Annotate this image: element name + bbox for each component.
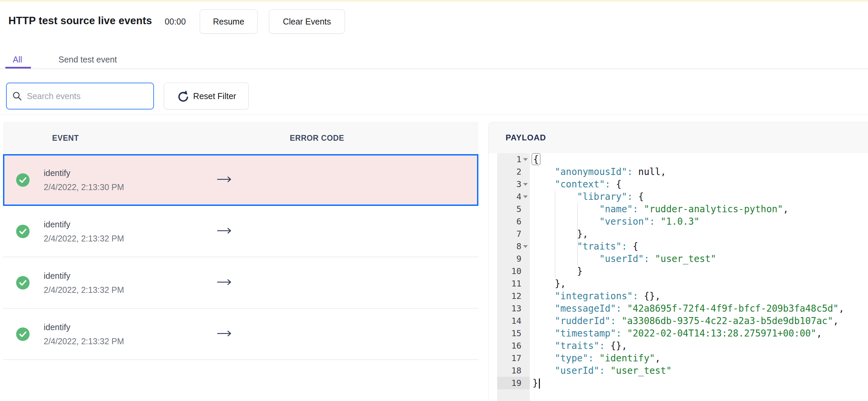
top-accent-strip xyxy=(0,0,868,2)
right-arrow-icon xyxy=(217,278,232,287)
code-line-4: "library": { xyxy=(489,191,868,203)
search-icon xyxy=(12,91,22,101)
event-name: identify xyxy=(44,322,124,333)
column-header-event: EVENT xyxy=(52,122,79,154)
code-line-9: "userId": "user_test" xyxy=(489,253,868,265)
payload-json-viewer[interactable]: 1{2 "anonymousId": null,3 "context": {4 … xyxy=(489,153,868,401)
code-line-6: "version": "1.0.3" xyxy=(489,215,868,228)
resume-button-label: Resume xyxy=(213,17,244,27)
events-table: EVENT ERROR CODE identify 2/4/2022, 2:13… xyxy=(3,122,478,360)
content-section-divider xyxy=(0,114,868,114)
code-line-11: }, xyxy=(489,277,868,290)
events-table-header: EVENT ERROR CODE xyxy=(3,122,478,154)
event-timestamp: 2/4/2022, 2:13:32 PM xyxy=(44,284,124,296)
tab-divider xyxy=(0,68,868,69)
resume-button[interactable]: Resume xyxy=(200,9,257,34)
event-row[interactable]: identify 2/4/2022, 2:13:30 PM xyxy=(3,154,478,206)
code-line-10: } xyxy=(489,265,868,277)
clear-events-button-label: Clear Events xyxy=(283,17,331,27)
code-line-3: "context": { xyxy=(489,178,868,191)
search-events-box[interactable] xyxy=(6,82,154,109)
reset-filter-label: Reset Filter xyxy=(193,91,236,101)
payload-panel: PAYLOAD 1{2 "anonymousId": null,3 "conte… xyxy=(488,122,868,401)
reset-filter-icon xyxy=(177,90,189,102)
right-arrow-icon xyxy=(217,330,232,338)
code-line-7: }, xyxy=(489,228,868,240)
events-table-body: identify 2/4/2022, 2:13:30 PM identify 2… xyxy=(3,154,478,360)
event-timestamp: 2/4/2022, 2:13:32 PM xyxy=(44,233,124,244)
tab-all[interactable]: All xyxy=(13,55,22,65)
code-line-2: "anonymousId": null, xyxy=(489,166,868,178)
event-cell: identify 2/4/2022, 2:13:32 PM xyxy=(44,219,124,244)
success-check-icon xyxy=(16,328,30,341)
reset-filter-button[interactable]: Reset Filter xyxy=(164,82,249,109)
event-row[interactable]: identify 2/4/2022, 2:13:32 PM xyxy=(3,206,478,257)
column-header-error-code: ERROR CODE xyxy=(290,122,344,154)
code-line-5: "name": "rudder-analytics-python", xyxy=(489,203,868,215)
event-timestamp: 2/4/2022, 2:13:32 PM xyxy=(44,335,124,347)
live-timer: 00:00 xyxy=(165,17,186,27)
code-line-1: { xyxy=(489,153,868,166)
payload-title: PAYLOAD xyxy=(506,122,546,153)
event-name: identify xyxy=(44,270,124,281)
text-cursor xyxy=(539,378,540,389)
right-arrow-icon xyxy=(217,176,232,185)
event-row[interactable]: identify 2/4/2022, 2:13:32 PM xyxy=(3,257,478,309)
code-line-8: "traits": { xyxy=(489,240,868,253)
event-name: identify xyxy=(44,167,124,179)
success-check-icon xyxy=(16,225,30,238)
code-line-19: } xyxy=(489,377,868,389)
success-check-icon xyxy=(16,173,30,187)
event-cell: identify 2/4/2022, 2:13:30 PM xyxy=(44,167,124,193)
clear-events-button[interactable]: Clear Events xyxy=(269,9,345,34)
search-events-input[interactable] xyxy=(26,91,148,101)
success-check-icon xyxy=(16,276,30,290)
event-row[interactable]: identify 2/4/2022, 2:13:32 PM xyxy=(3,309,478,360)
code-line-14: "rudderId": "a33086db-9375-4c22-a2a3-b5d… xyxy=(489,315,868,327)
payload-panel-header: PAYLOAD xyxy=(489,122,868,153)
code-line-17: "type": "identify", xyxy=(489,352,868,364)
event-name: identify xyxy=(44,219,124,230)
event-timestamp: 2/4/2022, 2:13:30 PM xyxy=(44,181,124,193)
right-arrow-icon xyxy=(217,227,232,236)
event-cell: identify 2/4/2022, 2:13:32 PM xyxy=(44,322,124,347)
code-line-16: "traits": {}, xyxy=(489,339,868,352)
code-line-15: "timestamp": "2022-02-04T14:13:28.275971… xyxy=(489,327,868,339)
tab-send-test-event[interactable]: Send test event xyxy=(59,55,117,65)
code-line-13: "messageId": "42a8695f-72f4-4f9f-bfcf-20… xyxy=(489,302,868,315)
code-line-18: "userId": "user_test" xyxy=(489,364,868,377)
code-line-12: "integrations": {}, xyxy=(489,290,868,302)
page-title: HTTP test source live events xyxy=(8,15,152,27)
event-cell: identify 2/4/2022, 2:13:32 PM xyxy=(44,270,124,296)
